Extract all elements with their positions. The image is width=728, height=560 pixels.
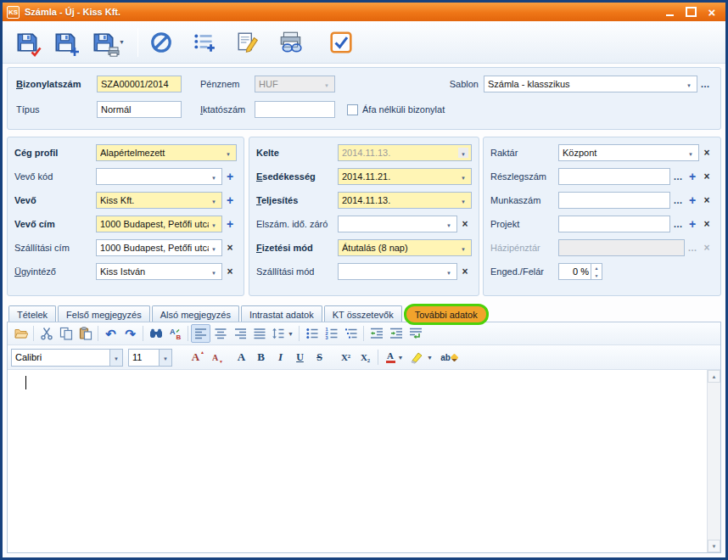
superscript-button[interactable]: [336, 348, 356, 367]
close-button[interactable]: [703, 5, 721, 20]
autocorrect-button[interactable]: [435, 348, 462, 367]
decrease-indent-button[interactable]: [367, 324, 386, 343]
replace-button[interactable]: AB: [165, 324, 185, 343]
ugyintezo-clear-button[interactable]: [223, 264, 237, 279]
cut-button[interactable]: [36, 324, 56, 343]
scroll-down-icon[interactable]: [708, 540, 720, 552]
scroll-up-icon[interactable]: [708, 370, 720, 383]
bizonylatszam-input[interactable]: SZA00001/2014: [97, 76, 182, 92]
chevron-down-icon[interactable]: [209, 219, 219, 229]
line-spacing-button[interactable]: ▼: [269, 324, 296, 343]
raktar-clear-button[interactable]: [700, 145, 714, 160]
tab-felso-megjegyzes[interactable]: Felső megjegyzés: [58, 305, 150, 322]
munkaszam-browse-button[interactable]: [671, 193, 685, 208]
cancel-button[interactable]: [143, 25, 179, 60]
chevron-down-icon[interactable]: [209, 195, 219, 205]
grow-font-button[interactable]: [186, 348, 205, 367]
chevron-down-icon[interactable]: [209, 243, 219, 253]
tab-tetelek[interactable]: Tételek: [8, 305, 56, 322]
chevron-down-icon[interactable]: [209, 266, 219, 277]
chevron-down-icon[interactable]: ▼: [119, 39, 125, 45]
tipus-input[interactable]: Normál: [97, 101, 182, 118]
reszlegszam-clear-button[interactable]: [700, 169, 714, 184]
chevron-down-icon[interactable]: ▼: [427, 355, 433, 361]
text-direction-button[interactable]: [406, 324, 425, 343]
font-color-button[interactable]: ▼: [381, 348, 408, 367]
chevron-down-icon[interactable]: [458, 243, 468, 253]
projekt-input[interactable]: [558, 216, 670, 232]
align-justify-button[interactable]: [249, 324, 269, 343]
chevron-down-icon[interactable]: [223, 148, 233, 158]
chevron-down-icon[interactable]: [458, 171, 468, 182]
italic-button[interactable]: [271, 348, 290, 367]
copy-button[interactable]: [56, 324, 76, 343]
shrink-font-button[interactable]: [205, 348, 225, 367]
font-button[interactable]: [232, 348, 251, 367]
reszlegszam-input[interactable]: [558, 168, 670, 185]
chevron-down-icon[interactable]: [109, 350, 122, 366]
szallitasi-cim-clear-button[interactable]: [223, 240, 237, 255]
vevo-add-button[interactable]: [223, 193, 237, 208]
chevron-down-icon[interactable]: [684, 79, 694, 89]
projekt-browse-button[interactable]: [671, 216, 685, 232]
tab-intrastat-adatok[interactable]: Intrastat adatok: [241, 305, 322, 322]
chevron-down-icon[interactable]: [444, 219, 454, 229]
options-button[interactable]: [323, 25, 359, 60]
vevo-combo[interactable]: Kiss Kft.: [96, 192, 222, 209]
highlight-color-button[interactable]: ▼: [408, 348, 435, 367]
tab-kt-osszetevok[interactable]: KT összetevők: [324, 305, 402, 322]
sablon-browse-button[interactable]: [698, 76, 712, 92]
raktar-combo[interactable]: Központ: [558, 144, 699, 161]
chevron-down-icon[interactable]: [159, 350, 171, 366]
vevo-kod-add-button[interactable]: [223, 169, 237, 184]
sablon-combo[interactable]: Számla - klasszikus: [484, 76, 697, 92]
fizetesi-mod-combo[interactable]: Átutalás (8 nap): [338, 239, 472, 256]
vevo-kod-combo[interactable]: [96, 168, 222, 185]
numbered-list-button[interactable]: 123: [322, 324, 341, 343]
vertical-scrollbar[interactable]: [707, 370, 720, 552]
munkaszam-clear-button[interactable]: [700, 193, 714, 208]
editor-text-area[interactable]: [8, 370, 720, 552]
find-button[interactable]: [146, 324, 165, 343]
enged-felar-spinner[interactable]: 0 %: [558, 263, 602, 280]
teljesites-date-combo[interactable]: 2014.11.13.: [338, 192, 472, 209]
chevron-down-icon[interactable]: ▼: [288, 331, 294, 337]
open-button[interactable]: [11, 324, 31, 343]
undo-button[interactable]: [101, 324, 120, 343]
bullet-list-button[interactable]: [302, 324, 322, 343]
paste-button[interactable]: [76, 324, 95, 343]
vevo-cim-add-button[interactable]: [223, 216, 237, 232]
chevron-down-icon[interactable]: ▼: [398, 355, 404, 361]
vevo-cim-combo[interactable]: 1000 Budapest, Petőfi utca 12.: [96, 216, 222, 232]
projekt-add-button[interactable]: [686, 216, 699, 232]
chevron-down-icon[interactable]: [458, 195, 468, 205]
spin-up-icon[interactable]: [591, 264, 602, 272]
tab-tovabbi-adatok[interactable]: További adatok: [404, 304, 489, 325]
ugyintezo-combo[interactable]: Kiss István: [96, 263, 222, 280]
align-left-button[interactable]: [191, 324, 210, 343]
spin-down-icon[interactable]: [591, 272, 602, 279]
align-center-button[interactable]: [210, 324, 230, 343]
tab-also-megjegyzes[interactable]: Alsó megjegyzés: [152, 305, 239, 322]
munkaszam-add-button[interactable]: [686, 193, 699, 208]
multilevel-list-button[interactable]: [341, 324, 361, 343]
elszam-ido-zaro-clear-button[interactable]: [458, 216, 472, 232]
transform-document-button[interactable]: [230, 25, 266, 60]
szallitasi-cim-combo[interactable]: 1000 Budapest, Petőfi utca 12.: [96, 239, 222, 256]
add-items-button[interactable]: [187, 25, 222, 60]
ceg-profil-combo[interactable]: Alapértelmezett: [96, 144, 237, 161]
reszlegszam-add-button[interactable]: [686, 169, 699, 184]
projekt-clear-button[interactable]: [700, 216, 714, 232]
szallitasi-mod-combo[interactable]: [338, 263, 457, 280]
minimize-button[interactable]: [660, 5, 679, 20]
elszam-ido-zaro-combo[interactable]: [338, 216, 457, 232]
save-and-new-button[interactable]: [48, 25, 83, 60]
increase-indent-button[interactable]: [386, 324, 406, 343]
chevron-down-icon[interactable]: [686, 148, 696, 158]
afa-nelkuli-checkbox[interactable]: [347, 104, 358, 115]
chevron-down-icon[interactable]: [444, 266, 454, 277]
esedekesseg-date-combo[interactable]: 2014.11.21.: [338, 168, 472, 185]
save-button[interactable]: [9, 25, 45, 60]
bold-button[interactable]: [251, 348, 271, 367]
reszlegszam-browse-button[interactable]: [671, 169, 685, 184]
